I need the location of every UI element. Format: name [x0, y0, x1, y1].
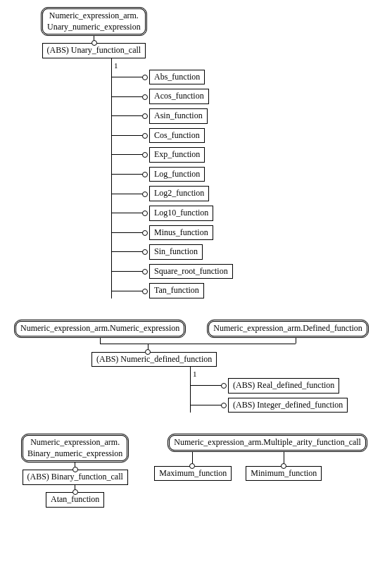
hline-icon — [111, 291, 145, 291]
leaf-minus-function: Minus_function — [149, 225, 213, 241]
node-label: Atan_function — [51, 494, 99, 504]
leaf-abs-function: Abs_function — [149, 70, 205, 85]
numeric-defined-function: (ABS) Numeric_defined_function — [91, 352, 217, 367]
hline-icon — [111, 77, 145, 77]
leaf-square-root-function: Square_root_function — [149, 264, 233, 279]
section-binary: Numeric_expression_arm. Binary_numeric_e… — [21, 434, 129, 507]
node-label: Log_function — [154, 169, 200, 179]
leaf-acos-function: Acos_function — [149, 89, 209, 104]
branch: (ABS) Integer_defined_function — [190, 398, 348, 413]
branch: Log_function — [111, 167, 233, 182]
root-unary-expression: Numeric_expression_arm. Unary_numeric_ex… — [41, 7, 147, 36]
hline-icon — [111, 194, 145, 194]
section-numeric-defined: Numeric_expression_arm.Numeric_expressio… — [7, 320, 385, 420]
connector-icon — [75, 485, 75, 492]
hline-icon — [111, 174, 145, 175]
branch: Sin_function — [111, 244, 233, 260]
hline-icon — [190, 385, 224, 386]
hline-icon — [111, 135, 145, 136]
node-label: Maximum_function — [159, 468, 227, 478]
connector-icon — [75, 463, 75, 470]
root-binary-expression: Numeric_expression_arm. Binary_numeric_e… — [21, 434, 129, 463]
hline-icon — [111, 251, 145, 252]
hline-icon — [111, 213, 145, 213]
root-label: Numeric_expression_arm. Unary_numeric_ex… — [47, 11, 141, 32]
branch: Acos_function — [111, 89, 233, 104]
node-label: Abs_function — [154, 72, 200, 82]
parent-numeric-expression: Numeric_expression_arm.Numeric_expressio… — [14, 320, 186, 338]
branch: Cos_function — [111, 128, 233, 144]
branch: Tan_function — [111, 283, 233, 298]
branch: Exp_function — [111, 147, 233, 163]
hline-icon — [111, 271, 145, 272]
section-multiple-arity: Numeric_expression_arm.Multiple_arity_fu… — [150, 434, 385, 481]
leaf-tan-function: Tan_function — [149, 283, 204, 298]
branch: Log10_function — [111, 206, 233, 221]
node-label: (ABS) Integer_defined_function — [233, 400, 343, 410]
branch: Log2_function — [111, 186, 233, 201]
branch: Minus_function — [111, 225, 233, 241]
vline-icon — [190, 367, 191, 374]
cardinality-one: 1 — [193, 370, 197, 378]
node-label: Minus_function — [154, 227, 208, 237]
cardinality-one: 1 — [114, 61, 118, 70]
port-icon — [145, 349, 151, 355]
node-label: Tan_function — [154, 285, 199, 295]
root-multiple-arity: Numeric_expression_arm.Multiple_arity_fu… — [167, 434, 367, 452]
node-label: Square_root_function — [154, 266, 228, 276]
node-label: (ABS) Binary_function_call — [27, 472, 123, 482]
leaf-cos-function: Cos_function — [149, 128, 205, 144]
vline-icon — [111, 58, 112, 65]
leaf-asin-function: Asin_function — [149, 108, 208, 124]
section-unary: Numeric_expression_arm. Unary_numeric_ex… — [7, 7, 385, 306]
hline-icon — [111, 115, 145, 116]
branch: Asin_function — [111, 108, 233, 124]
node-label: Numeric_expression_arm. Binary_numeric_e… — [27, 437, 122, 458]
node-label: Numeric_expression_arm.Numeric_expressio… — [20, 323, 179, 333]
node-label: Cos_function — [154, 130, 200, 140]
leaf-log2-function: Log2_function — [149, 186, 209, 201]
hline-icon — [100, 344, 296, 344]
node-label: (ABS) Numeric_defined_function — [96, 354, 212, 364]
node-label: Log2_function — [154, 188, 204, 198]
node-label: (ABS) Real_defined_function — [233, 380, 334, 390]
node-label: Exp_function — [154, 149, 200, 159]
parent-defined-function: Numeric_expression_arm.Defined_function — [207, 320, 369, 338]
leaf-log-function: Log_function — [149, 167, 205, 182]
node-label: Acos_function — [154, 91, 204, 101]
branch: Square_root_function — [111, 264, 233, 279]
hline-icon — [190, 405, 224, 405]
connector-icon — [94, 36, 94, 43]
leaf-exp-function: Exp_function — [149, 147, 205, 163]
node-label: (ABS) Unary_function_call — [47, 45, 141, 55]
node-label: Sin_function — [154, 246, 198, 256]
node-label: Numeric_expression_arm.Defined_function — [213, 323, 362, 333]
hline-icon — [111, 232, 145, 233]
leaf-sin-function: Sin_function — [149, 244, 203, 260]
node-label: Numeric_expression_arm.Multiple_arity_fu… — [174, 437, 361, 447]
branch: Abs_function — [111, 70, 233, 85]
vline-icon — [296, 338, 296, 344]
node-label: Minimum_function — [251, 468, 317, 478]
vline-icon — [100, 338, 101, 344]
leaf-log10-function: Log10_function — [149, 206, 213, 221]
hline-icon — [111, 154, 145, 155]
branch: (ABS) Real_defined_function — [190, 378, 348, 394]
hline-icon — [111, 96, 145, 97]
node-label: Asin_function — [154, 111, 203, 120]
leaf--abs--real-defined-function: (ABS) Real_defined_function — [228, 378, 339, 394]
node-label: Log10_function — [154, 208, 208, 218]
leaf--abs--integer-defined-function: (ABS) Integer_defined_function — [228, 398, 348, 413]
